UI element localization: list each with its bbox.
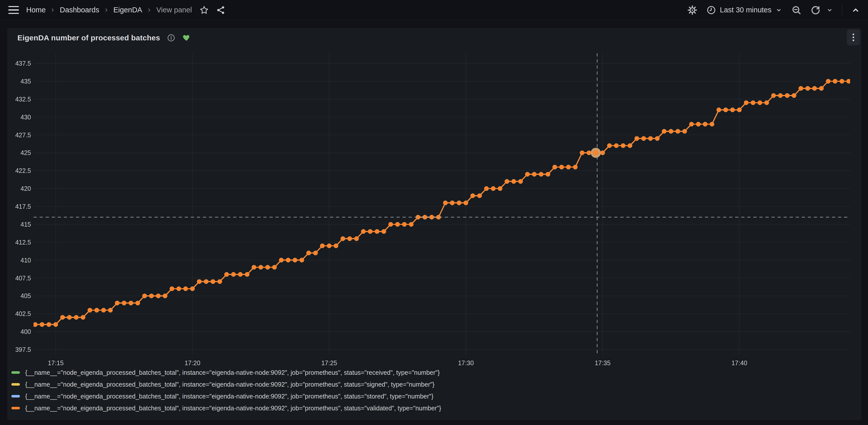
y-axis-label: 410 <box>8 256 31 264</box>
legend-color-icon <box>11 407 20 409</box>
star-icon <box>199 5 209 15</box>
share-icon <box>216 5 226 15</box>
favorite-star-button[interactable] <box>199 5 209 15</box>
breadcrumb: Home Dashboards EigenDA View panel <box>26 6 192 14</box>
refresh-icon <box>810 5 821 16</box>
legend-color-icon <box>11 371 20 374</box>
top-navbar: Home Dashboards EigenDA View panel <box>0 0 868 20</box>
y-axis-label: 412.5 <box>8 238 31 246</box>
zoom-out-icon <box>791 5 802 16</box>
legend-label: {__name__="node_eigenda_processed_batche… <box>25 404 441 412</box>
share-button[interactable] <box>216 5 226 15</box>
y-axis-label: 415 <box>8 221 31 228</box>
x-axis-label: 17:30 <box>451 359 481 367</box>
y-axis-label: 425 <box>8 149 31 157</box>
chevron-right-icon <box>50 7 56 13</box>
gear-icon <box>687 5 698 16</box>
legend-color-icon <box>11 383 20 386</box>
chevron-down-icon <box>826 6 834 14</box>
hamburger-icon <box>8 6 19 7</box>
toolbar-divider <box>842 5 842 15</box>
breadcrumb-dashboard-eigenda[interactable]: EigenDA <box>114 6 142 14</box>
y-axis-label: 420 <box>8 185 31 192</box>
grafana-view-panel: { "topbar": { "breadcrumbs": [ {"label":… <box>0 0 868 425</box>
refresh-dashboard-button[interactable] <box>810 5 821 16</box>
x-axis-label: 17:15 <box>40 359 71 367</box>
chevron-down-icon <box>775 6 782 14</box>
y-axis-label: 400 <box>8 328 31 335</box>
legend-item-stored[interactable]: {__name__="node_eigenda_processed_batche… <box>11 392 441 400</box>
menu-toggle-button[interactable] <box>7 4 20 16</box>
legend-color-icon <box>11 395 20 397</box>
x-axis-label: 17:25 <box>314 359 344 367</box>
x-axis-label: 17:40 <box>724 359 754 367</box>
collapse-topbar-button[interactable] <box>851 5 861 15</box>
x-axis-label: 17:20 <box>178 359 208 367</box>
y-axis-label: 405 <box>8 292 31 300</box>
breadcrumb-home[interactable]: Home <box>26 6 45 14</box>
legend-label: {__name__="node_eigenda_processed_batche… <box>25 393 434 400</box>
legend: {__name__="node_eigenda_processed_batche… <box>11 368 441 413</box>
x-axis-label: 17:35 <box>588 359 618 367</box>
breadcrumb-dashboards[interactable]: Dashboards <box>60 6 99 14</box>
y-axis-label: 432.5 <box>8 95 31 103</box>
dashboard-settings-button[interactable] <box>687 5 698 16</box>
topbar-actions: Last 30 minutes <box>687 5 861 16</box>
legend-label: {__name__="node_eigenda_processed_batche… <box>25 381 434 388</box>
time-range-picker[interactable]: Last 30 minutes <box>706 5 782 15</box>
zoom-out-time-button[interactable] <box>791 5 802 16</box>
chevron-right-icon <box>147 7 152 13</box>
clock-icon <box>706 5 716 15</box>
legend-item-signed[interactable]: {__name__="node_eigenda_processed_batche… <box>11 380 441 389</box>
chart-area[interactable]: 397.5400402.5405407.5410412.5415417.5420… <box>8 29 861 420</box>
legend-item-received[interactable]: {__name__="node_eigenda_processed_batche… <box>11 368 441 377</box>
y-axis-label: 407.5 <box>8 274 31 282</box>
chevron-up-icon <box>851 5 861 15</box>
y-axis-label: 435 <box>8 78 31 85</box>
chevron-right-icon <box>103 7 109 13</box>
y-axis-label: 402.5 <box>8 310 31 317</box>
y-axis-label: 427.5 <box>8 131 31 139</box>
y-axis-label: 430 <box>8 113 31 121</box>
refresh-interval-dropdown[interactable] <box>826 6 834 14</box>
y-axis-label: 397.5 <box>8 346 31 353</box>
breadcrumb-view-panel: View panel <box>156 6 192 14</box>
legend-item-validated[interactable]: {__name__="node_eigenda_processed_batche… <box>11 404 441 413</box>
y-axis-label: 417.5 <box>8 203 31 210</box>
y-axis-label: 437.5 <box>8 60 31 67</box>
y-axis-label: 422.5 <box>8 167 31 174</box>
panel: EigenDA number of processed batches 397.… <box>7 28 861 420</box>
time-range-label: Last 30 minutes <box>720 6 772 14</box>
legend-label: {__name__="node_eigenda_processed_batche… <box>25 369 440 376</box>
